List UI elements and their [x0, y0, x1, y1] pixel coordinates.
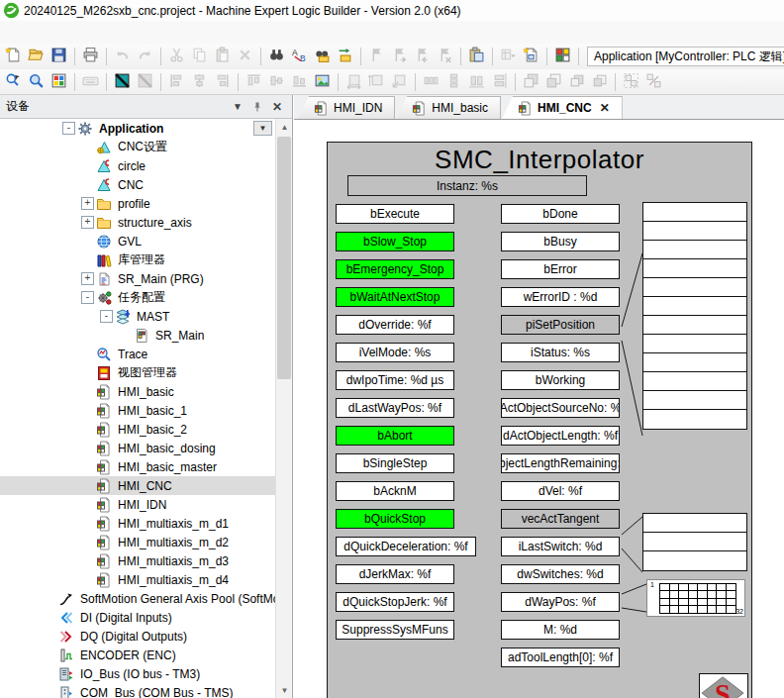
tree-item-hmi_basic_master[interactable]: HMI_basic_master — [0, 457, 275, 476]
tree-expander[interactable]: - — [62, 122, 75, 135]
menu-item[interactable] — [113, 31, 135, 35]
hmi-button[interactable]: bAcknM — [336, 481, 454, 501]
menu-item[interactable] — [4, 31, 26, 35]
tree-item-dq-digital-outputs-[interactable]: DQ (Digital Outputs) — [0, 627, 275, 646]
tab-HMI_CNC[interactable]: HMI_CNC ✕ — [502, 96, 623, 119]
menu-item[interactable] — [26, 31, 48, 35]
menu-item[interactable] — [91, 31, 113, 35]
tree-item--[interactable]: 库管理器 — [0, 250, 275, 269]
zoom-button[interactable] — [25, 71, 48, 93]
tree-item-sr_main-prg-[interactable]: + SR_Main (PRG) — [0, 269, 275, 288]
tree-dropdown-button[interactable]: ▼ — [253, 121, 272, 136]
scroll-down-icon[interactable]: ▼ — [276, 682, 292, 698]
tree-item-profile[interactable]: + profile — [0, 194, 275, 213]
hmi-button[interactable]: bWaitAtNextStop — [336, 287, 454, 307]
hmi-button[interactable]: dJerkMax: %f — [336, 564, 454, 584]
hmi-button[interactable]: dOverride: %f — [336, 315, 454, 335]
hmi-button[interactable]: dLastWayPos: %f — [336, 398, 454, 418]
tree-item-hmi_multiaxis_m_d2[interactable]: HMI_multiaxis_m_d2 — [0, 533, 275, 551]
menu-item[interactable] — [156, 31, 178, 35]
menu-item[interactable] — [200, 31, 222, 35]
tree-item-hmi_cnc[interactable]: HMI_CNC — [0, 476, 275, 495]
save-button[interactable] — [48, 46, 70, 67]
menu-item[interactable] — [135, 31, 156, 35]
tree-item-hmi_basic[interactable]: HMI_basic — [0, 382, 275, 401]
tree-item-hmi_idn[interactable]: HMI_IDN — [0, 495, 275, 514]
tree-item-com_bus-com-bus-tms-[interactable]: COM_Bus (COM Bus - TMS) — [0, 683, 275, 698]
hmi-button[interactable]: bAbort — [336, 426, 454, 446]
grid-cell — [670, 599, 680, 606]
pin-icon[interactable] — [248, 99, 266, 115]
panel-menu-chevron-icon[interactable]: ▼ — [229, 99, 246, 115]
paste-special-button[interactable] — [465, 46, 488, 67]
open-file-button[interactable] — [25, 46, 48, 67]
application-combobox[interactable]: Application [MyController: PLC 逻辑] — [587, 47, 784, 66]
menu-item[interactable] — [244, 31, 265, 35]
hmi-button[interactable]: SuppressSysMFuns — [336, 620, 454, 640]
replace-in-project-button[interactable] — [334, 46, 356, 67]
tree-item-hmi_basic_dosing[interactable]: HMI_basic_dosing — [0, 439, 275, 457]
hmi-button[interactable]: dQuickStopJerk: %f — [336, 592, 454, 612]
tree-item--[interactable]: - 任务配置 — [0, 288, 275, 307]
new-pou-button[interactable] — [520, 46, 542, 67]
hmi-button[interactable]: bSlow_Stop — [336, 232, 454, 251]
tree-expander[interactable]: - — [100, 310, 113, 323]
tree-item-hmi_multiaxis_m_d4[interactable]: HMI_multiaxis_m_d4 — [0, 570, 275, 589]
grid-cell — [689, 606, 699, 613]
tree-expander — [81, 460, 94, 473]
close-icon[interactable]: ✕ — [600, 101, 610, 115]
tree-item-hmi_multiaxis_m_d1[interactable]: HMI_multiaxis_m_d1 — [0, 514, 275, 533]
tree-item-application[interactable]: - Application — [0, 119, 275, 138]
tree-item-gvl[interactable]: GVL — [0, 232, 275, 250]
tree-item-cnc[interactable]: CNC — [0, 175, 275, 194]
tree-expander[interactable]: - — [81, 291, 94, 304]
background-image-button[interactable] — [311, 71, 334, 93]
tree-item-hmi_basic_2[interactable]: HMI_basic_2 — [0, 420, 275, 439]
menu-item[interactable] — [222, 31, 244, 35]
vis-element-style-button[interactable] — [111, 71, 134, 93]
find-in-project-button[interactable] — [311, 46, 334, 67]
tree-item-circle[interactable]: circle — [0, 156, 275, 175]
menu-item[interactable] — [48, 31, 69, 35]
hmi-button[interactable]: dQuickDeceleration: %f — [336, 537, 476, 556]
tree-item-softmotion-general-axis-pool-softmotion[interactable]: SoftMotion General Axis Pool (SoftMotion — [0, 589, 275, 608]
grid-cell — [698, 584, 708, 591]
tree-item-mast[interactable]: - MAST — [0, 307, 275, 326]
tree-expander[interactable]: + — [81, 197, 94, 210]
tree-item-io_bus-io-bus-tm3-[interactable]: IO_Bus (IO bus - TM3) — [0, 664, 275, 683]
edit-object-button[interactable] — [551, 46, 574, 67]
tree-scrollbar[interactable]: ▲ ▼ — [275, 119, 292, 698]
tree-item-hmi_multiaxis_m_d3[interactable]: HMI_multiaxis_m_d3 — [0, 551, 275, 570]
hmi-button[interactable]: bQuickStop — [336, 509, 454, 529]
scroll-up-icon[interactable]: ▲ — [276, 119, 292, 135]
tree-expander[interactable]: + — [81, 272, 94, 285]
scrollbar-thumb[interactable] — [277, 137, 291, 379]
hmi-button[interactable]: bExecute — [336, 204, 454, 224]
menu-item[interactable] — [69, 31, 91, 35]
new-file-button[interactable] — [2, 46, 25, 67]
tree-expander[interactable]: + — [81, 216, 94, 229]
element-colors-button[interactable] — [48, 71, 70, 93]
tree-item-encoder-enc-[interactable]: ENCODER (ENC) — [0, 646, 275, 664]
menu-item[interactable] — [265, 31, 287, 35]
hmi-button[interactable]: bSingleStep — [336, 453, 454, 473]
tree-item-trace[interactable]: Trace — [0, 345, 275, 363]
zoom-select-button[interactable] — [2, 71, 25, 93]
tree-item-di-digital-inputs-[interactable]: DI (Digital Inputs) — [0, 608, 275, 627]
device-tree: - Application CNC设置 circle C — [0, 119, 275, 698]
tree-item-structure_axis[interactable]: + structure_axis — [0, 213, 275, 232]
hmi-button[interactable]: bEmergency_Stop — [336, 259, 454, 279]
hmi-button[interactable]: iVelMode: %s — [336, 343, 454, 362]
print-button[interactable] — [79, 46, 102, 67]
tree-item--[interactable]: 视图管理器 — [0, 363, 275, 382]
menu-item[interactable] — [178, 31, 200, 35]
tree-item-hmi_basic_1[interactable]: HMI_basic_1 — [0, 401, 275, 420]
hmi-button[interactable]: dwIpoTime: %d µs — [336, 370, 454, 390]
tab-HMI_basic[interactable]: HMI_basic ✕ — [396, 96, 501, 119]
close-icon[interactable]: ✕ — [268, 99, 286, 115]
tree-item-cnc-[interactable]: CNC设置 — [0, 138, 275, 156]
tab-HMI_IDN[interactable]: HMI_IDN ✕ — [298, 96, 395, 119]
tree-item-sr_main[interactable]: SR_Main — [0, 326, 275, 345]
replace-button[interactable]: AB — [288, 46, 311, 67]
find-button[interactable] — [265, 46, 288, 67]
